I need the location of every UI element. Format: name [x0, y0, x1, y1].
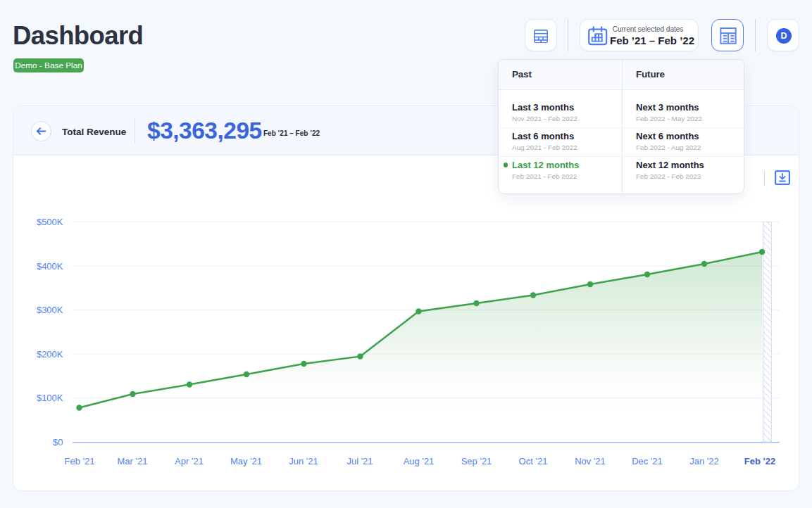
- svg-text:$500K: $500K: [37, 217, 63, 227]
- svg-text:Jun '21: Jun '21: [289, 456, 318, 466]
- svg-text:$0: $0: [53, 437, 63, 447]
- svg-text:Nov '21: Nov '21: [575, 456, 606, 466]
- svg-text:$400K: $400K: [37, 261, 63, 272]
- svg-text:Feb '21: Feb '21: [65, 456, 95, 466]
- svg-text:$300K: $300K: [37, 305, 63, 315]
- svg-text:Aug '21: Aug '21: [404, 456, 435, 466]
- svg-text:Feb '22: Feb '22: [744, 456, 775, 466]
- svg-text:Apr '21: Apr '21: [175, 456, 204, 466]
- svg-text:Mar '21: Mar '21: [118, 456, 148, 466]
- svg-text:Jul '21: Jul '21: [346, 456, 373, 466]
- svg-text:May '21: May '21: [230, 456, 262, 466]
- svg-text:Dec '21: Dec '21: [632, 456, 663, 466]
- svg-text:Oct '21: Oct '21: [519, 456, 548, 466]
- svg-text:$100K: $100K: [37, 393, 63, 403]
- svg-text:Jan '22: Jan '22: [689, 456, 719, 466]
- svg-text:Sep '21: Sep '21: [461, 456, 492, 466]
- svg-text:$200K: $200K: [37, 349, 63, 360]
